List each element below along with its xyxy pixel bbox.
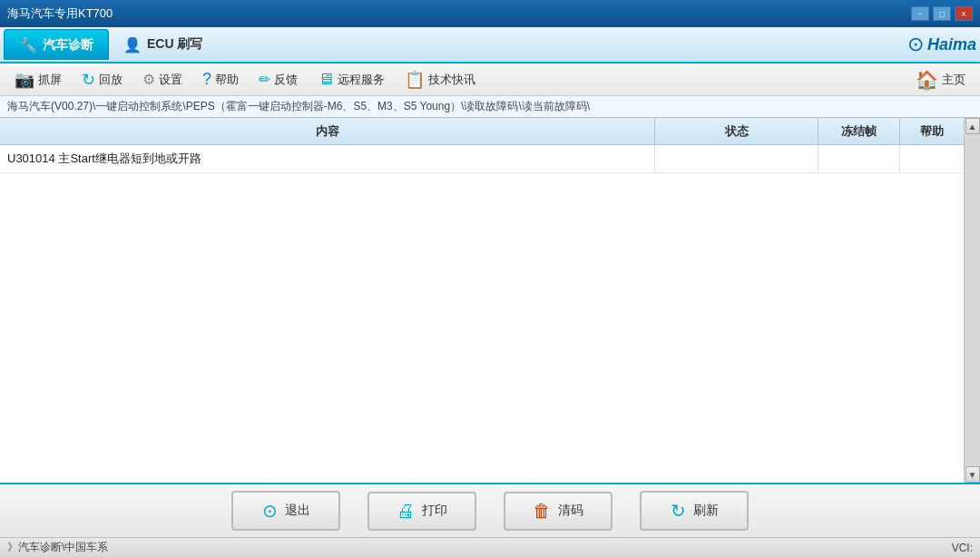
home-icon: 🏠 xyxy=(916,69,938,91)
news-button[interactable]: 📋 技术快讯 xyxy=(396,67,485,93)
playback-label: 回放 xyxy=(99,72,122,88)
col-header-content: 内容 xyxy=(0,118,655,144)
home-button[interactable]: 🏠 主页 xyxy=(906,65,975,94)
feedback-label: 反馈 xyxy=(274,72,298,88)
scroll-up-button[interactable]: ▲ xyxy=(965,118,980,134)
playback-icon: ↻ xyxy=(82,70,95,90)
tab-ecu-label: ECU 刷写 xyxy=(147,36,202,53)
clear-button[interactable]: 🗑 清码 xyxy=(504,492,612,531)
bottom-bar: ⊙ 退出 🖨 打印 🗑 清码 ↻ 刷新 xyxy=(0,483,980,537)
logo-icon: ⊙ xyxy=(907,33,924,56)
news-icon: 📋 xyxy=(405,70,425,90)
title-bar: 海马汽车专用KT700 － □ × xyxy=(0,0,980,27)
remote-icon: 🖥 xyxy=(318,70,334,89)
table-header: 内容 状态 冻结帧 帮助 xyxy=(0,118,964,145)
settings-label: 设置 xyxy=(159,72,182,88)
scrollbar[interactable]: ▲ ▼ xyxy=(964,118,980,483)
print-icon: 🖨 xyxy=(397,501,415,522)
content-area: 内容 状态 冻结帧 帮助 U301014 主Start继电器短到地或开路 ▲ ▼ xyxy=(0,118,980,483)
col-header-help: 帮助 xyxy=(900,118,964,144)
logo-text: Haima xyxy=(927,35,976,54)
home-label: 主页 xyxy=(942,72,965,88)
cell-status-0 xyxy=(655,145,818,172)
logo-area: ⊙ Haima xyxy=(907,33,976,56)
tab-ecu[interactable]: 👤 ECU 刷写 xyxy=(109,29,217,60)
refresh-icon: ↻ xyxy=(671,500,686,522)
close-button[interactable]: × xyxy=(955,6,973,21)
capture-label: 抓屏 xyxy=(38,72,62,88)
clear-label: 清码 xyxy=(558,503,583,519)
capture-icon: 📷 xyxy=(15,70,34,90)
toolbar: 📷 抓屏 ↻ 回放 ⚙ 设置 ? 帮助 ✏ 反馈 🖥 远程服务 📋 技术快讯 🏠… xyxy=(0,64,980,96)
ecu-icon: 👤 xyxy=(123,36,142,54)
diagnose-icon: 🔧 xyxy=(19,36,37,54)
window-controls: － □ × xyxy=(911,6,973,21)
print-button[interactable]: 🖨 打印 xyxy=(368,492,476,531)
feedback-icon: ✏ xyxy=(259,71,270,88)
main-tab-bar: 🔧 汽车诊断 👤 ECU 刷写 ⊙ Haima xyxy=(0,27,980,64)
clear-icon: 🗑 xyxy=(533,501,551,522)
remote-button[interactable]: 🖥 远程服务 xyxy=(309,67,394,93)
status-bar: 》汽车诊断\中国车系 VCI: xyxy=(0,537,980,557)
remote-label: 远程服务 xyxy=(338,72,385,88)
cell-help-0 xyxy=(900,145,964,172)
scroll-down-button[interactable]: ▼ xyxy=(965,466,980,483)
minimize-button[interactable]: － xyxy=(911,6,929,21)
scroll-track xyxy=(965,134,980,466)
col-header-status: 状态 xyxy=(655,118,818,144)
col-header-freeze: 冻结帧 xyxy=(818,118,900,144)
breadcrumb-text: 海马汽车(V00.27)\一键启动控制系统\PEPS（霍富一键启动控制器-M6、… xyxy=(7,99,590,114)
tab-diagnose[interactable]: 🔧 汽车诊断 xyxy=(4,29,109,60)
exit-icon: ⊙ xyxy=(262,500,278,522)
settings-icon: ⚙ xyxy=(142,71,155,88)
tab-diagnose-label: 汽车诊断 xyxy=(43,37,93,54)
refresh-label: 刷新 xyxy=(693,503,719,519)
table-body: U301014 主Start继电器短到地或开路 xyxy=(0,145,964,483)
settings-button[interactable]: ⚙ 设置 xyxy=(133,67,191,93)
refresh-button[interactable]: ↻ 刷新 xyxy=(640,491,749,531)
news-label: 技术快讯 xyxy=(428,72,475,88)
print-label: 打印 xyxy=(422,503,447,519)
capture-button[interactable]: 📷 抓屏 xyxy=(5,67,71,93)
feedback-button[interactable]: ✏ 反馈 xyxy=(250,67,307,93)
breadcrumb: 海马汽车(V00.27)\一键启动控制系统\PEPS（霍富一键启动控制器-M6、… xyxy=(0,96,980,118)
cell-content-0: U301014 主Start继电器短到地或开路 xyxy=(0,145,655,172)
exit-button[interactable]: ⊙ 退出 xyxy=(231,491,340,531)
maximize-button[interactable]: □ xyxy=(933,6,951,21)
help-button[interactable]: ? 帮助 xyxy=(193,67,248,93)
playback-button[interactable]: ↻ 回放 xyxy=(73,67,132,93)
status-left: 》汽车诊断\中国车系 xyxy=(7,540,108,555)
status-right: VCI: xyxy=(952,542,973,554)
fault-table: 内容 状态 冻结帧 帮助 U301014 主Start继电器短到地或开路 xyxy=(0,118,964,483)
exit-label: 退出 xyxy=(285,503,310,519)
help-label: 帮助 xyxy=(215,72,239,88)
help-icon: ? xyxy=(202,70,211,89)
table-row[interactable]: U301014 主Start继电器短到地或开路 xyxy=(0,145,964,173)
cell-freeze-0 xyxy=(818,145,900,172)
window-title: 海马汽车专用KT700 xyxy=(7,5,113,22)
